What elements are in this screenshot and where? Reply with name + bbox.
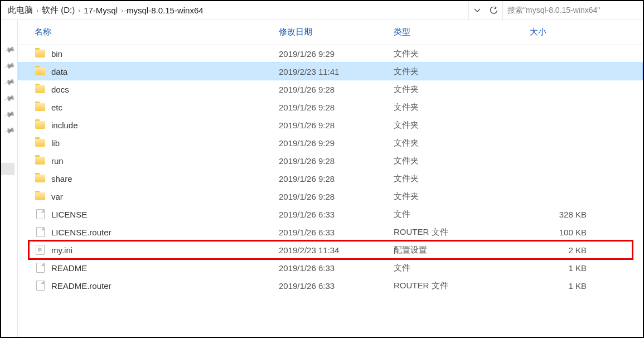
file-type: 文件夹 xyxy=(394,84,530,95)
folder-icon xyxy=(35,66,46,77)
file-name: LICENSE.router xyxy=(51,228,112,237)
file-name: var xyxy=(51,192,63,201)
folder-icon xyxy=(35,84,46,95)
breadcrumb-segment[interactable]: 软件 (D:) xyxy=(40,5,77,16)
address-bar-buttons xyxy=(468,1,502,20)
file-type: 文件夹 xyxy=(394,120,530,131)
file-row[interactable]: data2019/2/23 11:41文件夹 xyxy=(18,62,643,80)
file-date: 2019/2/23 11:34 xyxy=(279,245,394,255)
pin-icon[interactable]: 📌 xyxy=(3,60,15,72)
file-row[interactable]: README.router2019/1/26 6:33ROUTER 文件1 KB xyxy=(18,277,643,294)
folder-icon xyxy=(35,173,46,184)
file-date: 2019/1/26 6:33 xyxy=(279,228,394,237)
file-date: 2019/1/26 6:33 xyxy=(279,263,394,273)
file-name: data xyxy=(51,67,67,76)
file-type: 配置设置 xyxy=(394,245,530,255)
sidebar-item[interactable] xyxy=(1,163,14,175)
column-header-name[interactable]: 名称 xyxy=(35,27,279,37)
file-name: run xyxy=(51,156,64,166)
breadcrumb-segment[interactable]: 此电脑 xyxy=(6,5,35,16)
content-area: 📌📌📌📌📌📌 ︿ 名称 修改日期 类型 大小 bin2019/1/26 9:29… xyxy=(1,20,643,337)
file-icon xyxy=(35,280,46,291)
file-row[interactable]: LICENSE.router2019/1/26 6:33ROUTER 文件100… xyxy=(18,223,643,241)
file-type: ROUTER 文件 xyxy=(394,281,530,291)
file-row[interactable]: my.ini2019/2/23 11:34配置设置2 KB xyxy=(18,241,643,259)
file-name: README xyxy=(51,263,87,273)
pin-icon[interactable]: 📌 xyxy=(3,93,15,104)
file-row[interactable]: run2019/1/26 9:28文件夹 xyxy=(18,152,643,170)
pin-icon[interactable]: 📌 xyxy=(3,109,15,120)
file-date: 2019/1/26 6:33 xyxy=(279,210,394,219)
file-name: docs xyxy=(51,85,69,94)
file-date: 2019/1/26 9:28 xyxy=(279,120,394,130)
file-row[interactable]: share2019/1/26 9:28文件夹 xyxy=(18,170,643,187)
file-date: 2019/2/23 11:41 xyxy=(279,67,394,76)
file-type: 文件夹 xyxy=(394,173,530,184)
file-date: 2019/1/26 6:33 xyxy=(279,281,394,291)
file-name: share xyxy=(51,174,72,184)
file-name: etc xyxy=(51,103,62,112)
toolbar: 此电脑›软件 (D:)›17-Mysql›mysql-8.0.15-winx64… xyxy=(1,1,643,20)
file-row[interactable]: include2019/1/26 9:28文件夹 xyxy=(18,116,643,134)
file-row[interactable]: docs2019/1/26 9:28文件夹 xyxy=(18,80,643,98)
file-row[interactable]: etc2019/1/26 9:28文件夹 xyxy=(18,98,643,116)
file-row[interactable]: bin2019/1/26 9:29文件夹 xyxy=(18,45,643,62)
file-row[interactable]: LICENSE2019/1/26 6:33文件328 KB xyxy=(18,205,643,223)
column-header-date[interactable]: 修改日期 xyxy=(279,27,394,37)
pin-icon[interactable]: 📌 xyxy=(3,76,15,88)
refresh-icon[interactable] xyxy=(486,1,502,20)
file-type: 文件夹 xyxy=(394,66,530,77)
file-date: 2019/1/26 9:29 xyxy=(279,49,394,59)
pin-icon[interactable]: 📌 xyxy=(3,125,15,137)
file-type: ROUTER 文件 xyxy=(394,227,530,238)
folder-icon xyxy=(35,48,46,59)
search-input[interactable]: 搜索"mysql-8.0.15-winx64" xyxy=(502,1,643,20)
breadcrumb[interactable]: 此电脑›软件 (D:)›17-Mysql›mysql-8.0.15-winx64 xyxy=(1,1,468,20)
chevron-right-icon: › xyxy=(35,7,40,15)
quick-access-strip: 📌📌📌📌📌📌 xyxy=(1,20,18,337)
file-name: LICENSE xyxy=(51,210,87,219)
file-icon xyxy=(35,226,46,238)
file-name: bin xyxy=(51,49,62,59)
sort-indicator-icon: ︿ xyxy=(124,6,130,14)
folder-icon xyxy=(35,102,46,113)
column-header-type[interactable]: 类型 xyxy=(394,27,530,37)
file-date: 2019/1/26 9:28 xyxy=(279,103,394,112)
pin-icon[interactable]: 📌 xyxy=(3,44,15,56)
file-date: 2019/1/26 9:28 xyxy=(279,85,394,94)
file-name: my.ini xyxy=(51,245,72,255)
file-icon xyxy=(35,262,46,273)
file-date: 2019/1/26 9:28 xyxy=(279,156,394,166)
file-list: bin2019/1/26 9:29文件夹data2019/2/23 11:41文… xyxy=(18,45,643,337)
file-type: 文件夹 xyxy=(394,156,530,166)
file-row[interactable]: lib2019/1/26 9:29文件夹 xyxy=(18,134,643,152)
file-icon xyxy=(35,209,46,220)
config-file-icon xyxy=(35,244,46,255)
file-date: 2019/1/26 9:29 xyxy=(279,138,394,148)
file-name: lib xyxy=(51,138,60,148)
file-size: 328 KB xyxy=(530,210,597,219)
file-size: 100 KB xyxy=(530,228,597,237)
file-type: 文件夹 xyxy=(394,138,530,148)
file-area: ︿ 名称 修改日期 类型 大小 bin2019/1/26 9:29文件夹data… xyxy=(18,20,643,337)
folder-icon xyxy=(35,119,46,131)
file-type: 文件夹 xyxy=(394,49,530,59)
file-row[interactable]: README2019/1/26 6:33文件1 KB xyxy=(18,259,643,277)
column-headers: 名称 修改日期 类型 大小 xyxy=(18,20,643,45)
column-header-size[interactable]: 大小 xyxy=(530,27,597,37)
file-type: 文件 xyxy=(394,209,530,220)
breadcrumb-segment[interactable]: mysql-8.0.15-winx64 xyxy=(124,6,206,15)
file-row[interactable]: var2019/1/26 9:28文件夹 xyxy=(18,187,643,205)
file-type: 文件夹 xyxy=(394,191,530,202)
history-dropdown-icon[interactable] xyxy=(469,1,486,20)
breadcrumb-segment[interactable]: 17-Mysql xyxy=(81,6,120,15)
file-date: 2019/1/26 9:28 xyxy=(279,174,394,184)
file-name: include xyxy=(51,120,78,130)
file-size: 1 KB xyxy=(530,263,597,273)
file-type: 文件夹 xyxy=(394,102,530,113)
file-size: 1 KB xyxy=(530,281,597,291)
folder-icon xyxy=(35,155,46,166)
folder-icon xyxy=(35,137,46,148)
file-size: 2 KB xyxy=(530,245,597,255)
chevron-right-icon: › xyxy=(77,7,81,15)
